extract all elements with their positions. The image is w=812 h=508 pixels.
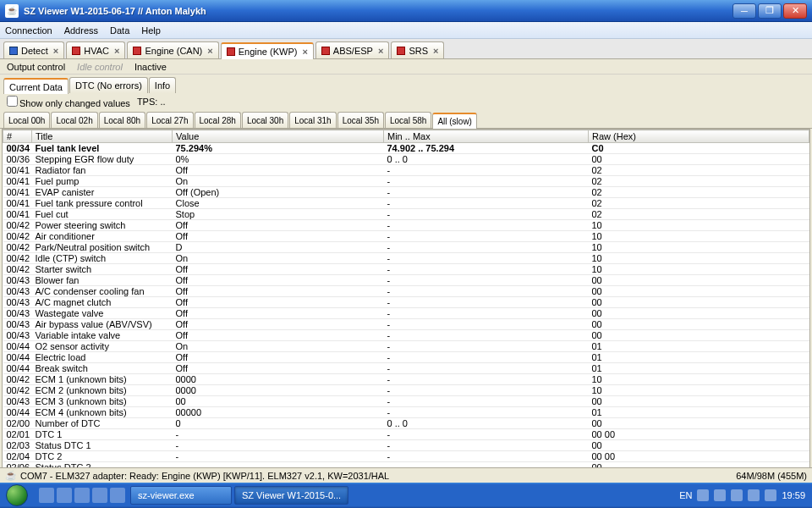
menu-connection[interactable]: Connection: [5, 25, 52, 36]
main-tab-engine-can-[interactable]: Engine (CAN)×: [127, 41, 218, 58]
tray-icon[interactable]: [714, 489, 726, 501]
show-changed-checkbox-label[interactable]: Show only changed values: [7, 96, 130, 108]
local-tab-local-80h[interactable]: Local 80h: [99, 112, 145, 128]
table-row[interactable]: 00/42ECM 2 (unknown bits)0000-10: [3, 385, 809, 396]
ql-icon[interactable]: [39, 488, 54, 503]
local-tab-local-02h[interactable]: Local 02h: [51, 112, 97, 128]
local-tab-local-28h[interactable]: Local 28h: [195, 112, 241, 128]
menu-address[interactable]: Address: [64, 25, 98, 36]
tab-close-icon[interactable]: ×: [114, 46, 119, 56]
local-tab-local-30h[interactable]: Local 30h: [242, 112, 288, 128]
main-tab-srs[interactable]: SRS×: [391, 41, 444, 58]
data-table-container[interactable]: # Title Value Min .. Max Raw (Hex) 00/34…: [2, 129, 810, 484]
table-row[interactable]: 00/43Air bypass value (ABV/VSV)Off-00: [3, 319, 809, 330]
table-row[interactable]: 00/44ECM 4 (unknown bits)00000-01: [3, 407, 809, 418]
status-label: Inactive: [134, 62, 167, 72]
table-row[interactable]: 00/36Stepping EGR flow duty0%0 .. 000: [3, 154, 809, 165]
table-row[interactable]: 02/04DTC 2--00 00: [3, 451, 809, 462]
cell-title: ECM 1 (unknown bits): [32, 374, 173, 385]
maximize-button[interactable]: ❐: [758, 3, 782, 19]
taskbar-app-szviewer-exe[interactable]: sz-viewer.exe: [130, 486, 232, 505]
data-table: # Title Value Min .. Max Raw (Hex) 00/34…: [3, 130, 809, 484]
col-header-value[interactable]: Value: [173, 130, 384, 143]
local-tab-local-31h[interactable]: Local 31h: [289, 112, 336, 128]
menu-data[interactable]: Data: [110, 25, 129, 36]
main-tab-detect[interactable]: Detect×: [3, 41, 64, 58]
tab-close-icon[interactable]: ×: [207, 46, 212, 56]
minimize-button[interactable]: ─: [732, 3, 756, 19]
table-row[interactable]: 00/43Blower fanOff-00: [3, 275, 809, 286]
table-row[interactable]: 00/42ECM 1 (unknown bits)0000-10: [3, 374, 809, 385]
tray-icon[interactable]: [697, 489, 709, 501]
clock[interactable]: 19:59: [782, 490, 805, 500]
col-header-id[interactable]: #: [3, 130, 32, 143]
close-button[interactable]: ✕: [783, 3, 807, 19]
local-tab-all-slow[interactable]: All (slow): [432, 113, 477, 129]
local-tab-local-58h[interactable]: Local 58h: [385, 112, 431, 128]
sub-tab-current-data[interactable]: Current Data: [3, 78, 69, 94]
table-row[interactable]: 00/34Fuel tank level75.294%74.902 .. 75.…: [3, 143, 809, 154]
menu-help[interactable]: Help: [141, 25, 161, 36]
tab-close-icon[interactable]: ×: [378, 46, 383, 56]
local-tab-local-00h[interactable]: Local 00h: [3, 112, 50, 128]
table-row[interactable]: 00/43A/C magnet clutchOff-00: [3, 297, 809, 308]
main-tab-hvac[interactable]: HVAC×: [66, 41, 125, 58]
table-row[interactable]: 00/42Starter switchOff-10: [3, 264, 809, 275]
table-row[interactable]: 00/41Fuel pumpOn-02: [3, 176, 809, 187]
cell-title: Stepping EGR flow duty: [32, 154, 173, 165]
cell-value: Off (Open): [173, 187, 384, 198]
cell-raw: 01: [589, 363, 809, 374]
taskbar-app-szviewer-window[interactable]: SZ Viewer W1-2015-0...: [234, 486, 348, 505]
tab-close-icon[interactable]: ×: [433, 46, 438, 56]
ql-icon[interactable]: [92, 488, 107, 503]
cell-title: DTC 1: [32, 429, 173, 440]
table-row[interactable]: 00/43Wastegate valveOff-00: [3, 308, 809, 319]
sub-tab-dtc-no-errors-[interactable]: DTC (No errors): [69, 77, 148, 93]
main-tab-engine-kwp-[interactable]: Engine (KWP)×: [221, 42, 314, 59]
table-row[interactable]: 00/41EVAP canisterOff (Open)-02: [3, 187, 809, 198]
table-row[interactable]: 00/41Fuel cutStop-02: [3, 209, 809, 220]
table-row[interactable]: 00/42Park/Neutral position switchD-10: [3, 242, 809, 253]
cell-title: ECM 4 (unknown bits): [32, 407, 173, 418]
table-row[interactable]: 00/41Radiator fanOff-02: [3, 165, 809, 176]
col-header-raw[interactable]: Raw (Hex): [589, 130, 809, 143]
col-header-minmax[interactable]: Min .. Max: [384, 130, 589, 143]
tray-icon[interactable]: [731, 489, 743, 501]
show-changed-checkbox[interactable]: [7, 96, 18, 107]
info-bar: Output control Idle control Inactive: [0, 59, 812, 75]
table-row[interactable]: 00/43ECM 3 (unknown bits)00-00: [3, 396, 809, 407]
start-button[interactable]: [0, 483, 34, 508]
cell-value: 0%: [173, 154, 384, 165]
sub-tab-info[interactable]: Info: [149, 77, 176, 93]
col-header-title[interactable]: Title: [32, 130, 173, 143]
language-indicator[interactable]: EN: [679, 490, 692, 500]
table-row[interactable]: 02/03Status DTC 1--00: [3, 440, 809, 451]
local-tab-local-27h[interactable]: Local 27h: [146, 112, 193, 128]
cell-raw: 00 00: [589, 429, 809, 440]
table-row[interactable]: 00/44O2 sensor activityOn-01: [3, 341, 809, 352]
cell-value: Off: [173, 231, 384, 242]
tray-icon[interactable]: [748, 489, 760, 501]
table-row[interactable]: 00/42Idle (CTP) switchOn-10: [3, 253, 809, 264]
main-tab-abs-esp[interactable]: ABS/ESP×: [315, 41, 390, 58]
ql-icon[interactable]: [110, 488, 125, 503]
tab-close-icon[interactable]: ×: [302, 47, 307, 57]
local-tab-local-35h[interactable]: Local 35h: [337, 112, 384, 128]
cell-id: 00/42: [3, 231, 32, 242]
table-row[interactable]: 00/42Power steering switchOff-10: [3, 220, 809, 231]
tray-icon[interactable]: [765, 489, 776, 501]
table-row[interactable]: 00/44Break switchOff-01: [3, 363, 809, 374]
cell-id: 00/34: [3, 143, 32, 154]
table-row[interactable]: 02/00Number of DTC00 .. 000: [3, 418, 809, 429]
table-row[interactable]: 00/41Fuel tank pressure controlClose-02: [3, 198, 809, 209]
table-row[interactable]: 00/43A/C condenser cooling fanOff-00: [3, 286, 809, 297]
table-row[interactable]: 00/42Air conditionerOff-10: [3, 231, 809, 242]
ql-icon[interactable]: [57, 488, 72, 503]
table-row[interactable]: 00/44Electric loadOff-01: [3, 352, 809, 363]
table-row[interactable]: 00/43Variable intake valveOff-00: [3, 330, 809, 341]
tab-close-icon[interactable]: ×: [53, 46, 58, 56]
ql-icon[interactable]: [74, 488, 90, 503]
table-row[interactable]: 02/01DTC 1--00 00: [3, 429, 809, 440]
cell-value: 75.294%: [173, 143, 384, 154]
cell-value: Off: [173, 165, 384, 176]
